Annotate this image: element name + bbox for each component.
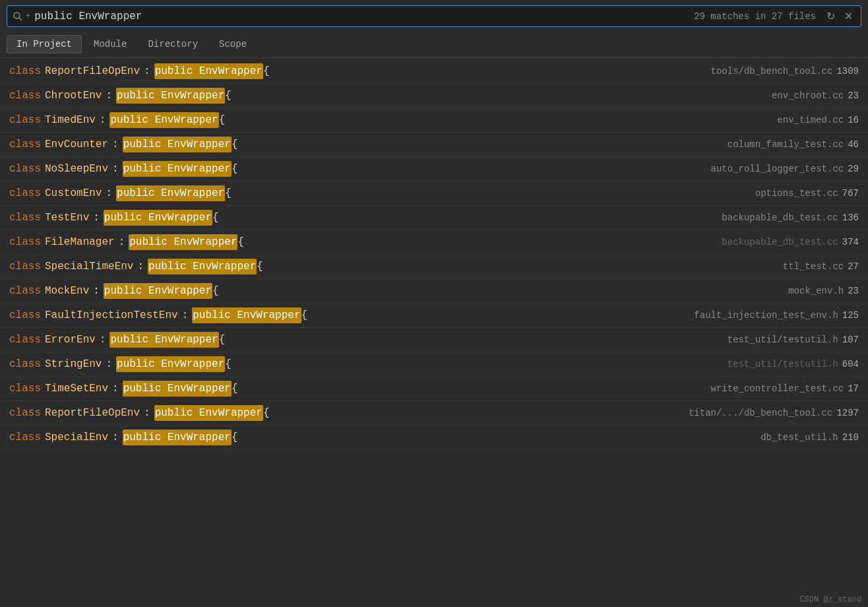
file-name: db_test_util.h — [760, 432, 838, 443]
keyword-class: class — [9, 381, 41, 397]
highlight-match: public EnvWrapper — [116, 185, 225, 201]
file-name: test_util/testutil.h — [728, 359, 838, 369]
line-number: 16 — [848, 115, 859, 125]
highlight-match: public EnvWrapper — [123, 430, 232, 445]
line-number: 23 — [848, 286, 859, 296]
highlight-match: public EnvWrapper — [123, 161, 232, 177]
file-location: backupable_db_test.cc374 — [722, 236, 859, 249]
colon-separator: : — [182, 307, 189, 323]
open-brace: { — [263, 63, 270, 79]
keyword-class: class — [9, 210, 41, 226]
colon-separator: : — [112, 161, 119, 177]
open-brace: { — [219, 112, 226, 128]
keyword-class: class — [9, 430, 41, 445]
line-number: 136 — [842, 212, 859, 223]
keyword-class: class — [9, 332, 41, 348]
tab-directory[interactable]: Directory — [139, 36, 207, 53]
open-brace: { — [232, 430, 238, 445]
table-row[interactable]: classFileManager : public EnvWrapper{bac… — [0, 230, 868, 255]
table-row[interactable]: classReportFileOpEnv : public EnvWrapper… — [0, 401, 868, 426]
file-name: env_timed.cc — [777, 115, 844, 125]
keyword-class: class — [9, 137, 41, 152]
colon-separator: : — [112, 137, 119, 152]
file-location: db_test_util.h210 — [760, 431, 859, 445]
class-name: FileManager — [45, 234, 115, 250]
line-number: 604 — [842, 359, 859, 369]
highlight-match: public EnvWrapper — [129, 234, 237, 250]
table-row[interactable]: classMockEnv : public EnvWrapper {mock_e… — [0, 279, 868, 304]
close-button[interactable]: ✕ — [842, 9, 855, 24]
colon-separator: : — [112, 430, 119, 445]
class-name: ReportFileOpEnv — [45, 405, 140, 421]
line-number: 29 — [848, 164, 859, 174]
svg-point-0 — [14, 13, 20, 18]
class-name: ChrootEnv — [45, 88, 102, 104]
tabs-bar: In Project Module Directory Scope — [0, 32, 868, 58]
search-bar: + 29 matches in 27 files ↻ ✕ — [7, 5, 861, 27]
keyword-class: class — [9, 63, 41, 79]
line-number: 125 — [842, 310, 859, 321]
open-brace: { — [212, 210, 219, 226]
highlight-match: public EnvWrapper — [154, 405, 263, 421]
tab-module[interactable]: Module — [84, 36, 136, 53]
svg-line-1 — [19, 18, 22, 20]
table-row[interactable]: classTimedEnv : public EnvWrapper{env_ti… — [0, 108, 868, 133]
table-row[interactable]: classCustomEnv : public EnvWrapper{optio… — [0, 181, 868, 206]
highlight-match: public EnvWrapper — [192, 307, 301, 323]
line-number: 1309 — [836, 66, 859, 77]
table-row[interactable]: classFaultInjectionTestEnv : public EnvW… — [0, 304, 868, 328]
table-row[interactable]: classEnvCounter : public EnvWrapper{colu… — [0, 133, 868, 157]
file-name: auto_roll_logger_test.cc — [711, 164, 844, 174]
class-name: NoSleepEnv — [45, 161, 108, 177]
search-icon: + — [13, 11, 30, 22]
highlight-match: public EnvWrapper — [109, 112, 218, 128]
line-number: 1297 — [836, 408, 859, 418]
table-row[interactable]: classReportFileOpEnv : public EnvWrapper… — [0, 59, 868, 84]
open-brace: { — [225, 356, 232, 372]
colon-separator: : — [144, 63, 150, 79]
table-row[interactable]: classSpecialEnv : public EnvWrapper{db_t… — [0, 426, 868, 450]
file-location: test_util/testutil.h107 — [728, 333, 859, 347]
highlight-match: public EnvWrapper — [148, 259, 257, 274]
file-name: column_family_test.cc — [728, 139, 844, 150]
file-location: auto_roll_logger_test.cc29 — [711, 162, 859, 176]
highlight-match: public EnvWrapper — [123, 137, 232, 152]
open-brace: { — [257, 259, 263, 274]
refresh-button[interactable]: ↻ — [824, 9, 838, 24]
table-row[interactable]: classSpecialTimeEnv : public EnvWrapper{… — [0, 255, 868, 279]
open-brace: { — [225, 185, 232, 201]
file-name: backupable_db_test.cc — [722, 212, 838, 223]
tab-in-project[interactable]: In Project — [7, 35, 82, 53]
highlight-match: public EnvWrapper — [116, 356, 225, 372]
line-number: 767 — [842, 188, 859, 199]
match-count: 29 matches in 27 files — [694, 11, 816, 22]
open-brace: { — [232, 161, 238, 177]
keyword-class: class — [9, 259, 41, 274]
tab-scope[interactable]: Scope — [210, 36, 256, 53]
file-name: tools/db_bench_tool.cc — [711, 66, 833, 77]
table-row[interactable]: classChrootEnv : public EnvWrapper{env_c… — [0, 84, 868, 108]
keyword-class: class — [9, 161, 41, 177]
search-input[interactable] — [34, 11, 694, 22]
open-brace: { — [301, 307, 308, 323]
open-brace: { — [263, 405, 270, 421]
file-name: test_util/testutil.h — [728, 335, 838, 345]
colon-separator: : — [106, 88, 112, 104]
watermark: CSDN @z_stand — [799, 595, 861, 604]
line-number: 23 — [848, 90, 859, 101]
table-row[interactable]: classTimeSetEnv : public EnvWrapper{writ… — [0, 377, 868, 401]
keyword-class: class — [9, 112, 41, 128]
file-name: ttl_test.cc — [783, 261, 844, 272]
file-name: fault_injection_test_env.h — [694, 310, 838, 321]
table-row[interactable]: classTestEnv : public EnvWrapper {backup… — [0, 206, 868, 230]
line-number: 46 — [848, 139, 859, 150]
line-number: 210 — [842, 432, 859, 443]
colon-separator: : — [112, 381, 119, 397]
file-name: mock_env.h — [788, 286, 844, 296]
line-number: 107 — [842, 335, 859, 345]
table-row[interactable]: classNoSleepEnv : public EnvWrapper{auto… — [0, 157, 868, 181]
table-row[interactable]: classErrorEnv : public EnvWrapper{test_u… — [0, 328, 868, 352]
file-location: backupable_db_test.cc136 — [722, 211, 859, 225]
table-row[interactable]: classStringEnv : public EnvWrapper{test_… — [0, 352, 868, 377]
file-location: column_family_test.cc46 — [728, 138, 859, 152]
